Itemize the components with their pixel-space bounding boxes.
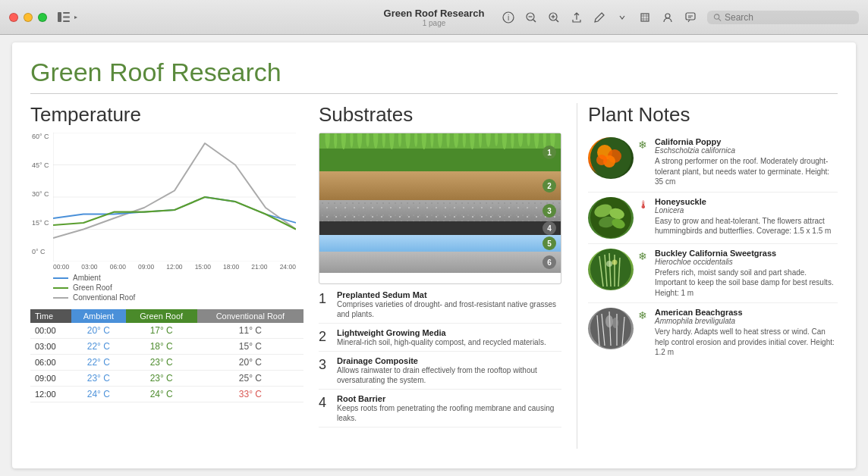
- profile-icon[interactable]: [662, 11, 674, 23]
- svg-text:i: i: [508, 14, 509, 22]
- x-label-6: 06:00: [110, 263, 126, 271]
- search-box[interactable]: [707, 11, 859, 24]
- fit-page-icon[interactable]: [639, 11, 651, 23]
- plant-item-beachgrass: ❄ American Beachgrass Ammophila brevilig…: [588, 303, 838, 362]
- plant-image-poppy: [588, 137, 634, 179]
- markup-dropdown-icon[interactable]: [616, 11, 628, 23]
- window-controls[interactable]: [9, 13, 47, 22]
- svg-point-81: [605, 315, 613, 327]
- annotate-icon[interactable]: [593, 11, 605, 23]
- legend-ambient: Ambient: [53, 274, 303, 282]
- svg-point-82: [612, 318, 618, 328]
- substrate-item-3: 3 Drainage Composite Allows rainwater to…: [319, 356, 561, 390]
- x-label-3: 03:00: [81, 263, 97, 271]
- plant-item-sweetgrass: ❄ Buckley California Sweetgrass Hierochl…: [588, 244, 838, 304]
- layer-soil: 2: [319, 171, 561, 200]
- main-columns: Temperature 60° C 45° C 30° C 15° C 0° C: [30, 103, 838, 449]
- temperature-heading: Temperature: [30, 103, 303, 127]
- zoom-in-icon[interactable]: [548, 11, 560, 23]
- svg-point-61: [596, 155, 607, 165]
- plant-notes-section: Plant Notes ❄ California Poppy Eschschol…: [577, 103, 838, 449]
- layer-water: 5: [319, 235, 561, 252]
- col-convroof: Conventional Roof: [197, 309, 303, 323]
- plant-notes-heading: Plant Notes: [588, 103, 838, 127]
- snowflake-icon-poppy: ❄: [638, 139, 650, 151]
- greenroof-label: Green Roof: [73, 283, 112, 292]
- layer-num-2: 2: [542, 179, 556, 193]
- page-content: Green Roof Research Temperature 60° C 45…: [12, 42, 856, 468]
- substrate-item-2: 2 Lightweight Growing Media Mineral-rich…: [319, 328, 561, 352]
- layer-concrete: 6: [319, 252, 561, 273]
- chart-legend: Ambient Green Roof Conventional Roof: [53, 274, 303, 302]
- svg-rect-0: [58, 12, 61, 22]
- col-greenroof: Green Roof: [126, 309, 197, 323]
- layer-num-5: 5: [542, 236, 556, 250]
- layer-num-3: 3: [542, 204, 556, 218]
- y-label-15: 15° C: [32, 219, 49, 227]
- ambient-label: Ambient: [73, 274, 101, 282]
- snowflake-icon-sweetgrass: ❄: [638, 250, 650, 262]
- greenroof-line: [53, 287, 68, 289]
- svg-line-8: [533, 20, 536, 22]
- y-label-30: 30° C: [32, 190, 49, 198]
- legend-greenroof: Green Roof: [53, 283, 303, 292]
- x-label-12: 12:00: [166, 263, 182, 271]
- substrates-heading: Substrates: [319, 103, 561, 127]
- toolbar-icons: i: [502, 11, 859, 24]
- svg-point-14: [665, 14, 670, 18]
- zoom-out-icon[interactable]: [525, 11, 537, 23]
- convroof-label: Conventional Roof: [73, 293, 135, 302]
- svg-line-12: [556, 20, 558, 22]
- close-button[interactable]: [9, 13, 18, 22]
- svg-point-73: [606, 261, 612, 267]
- sidebar-toggle[interactable]: [58, 12, 79, 22]
- plant-item-poppy: ❄ California Poppy Eschscholzia californ…: [588, 133, 838, 193]
- y-label-45: 45° C: [32, 161, 49, 169]
- x-label-24: 24:00: [280, 263, 296, 271]
- layer-num-1: 1: [542, 146, 556, 159]
- table-row: 06:00 22° C 23° C 20° C: [30, 355, 303, 371]
- svg-point-18: [714, 14, 719, 18]
- table-row: 12:00 24° C 24° C 33° C: [30, 387, 303, 402]
- substrate-item-4: 4 Root Barrier Keeps roots from penetrat…: [319, 394, 561, 427]
- comments-icon[interactable]: [684, 11, 697, 23]
- plant-image-sweetgrass: [588, 249, 634, 290]
- minimize-button[interactable]: [24, 13, 33, 22]
- share-icon[interactable]: [571, 11, 583, 23]
- search-input[interactable]: [725, 12, 853, 23]
- temperature-section: Temperature 60° C 45° C 30° C 15° C 0° C: [30, 103, 303, 449]
- svg-rect-1: [63, 12, 70, 14]
- snowflake-icon-beachgrass: ❄: [638, 309, 650, 321]
- titlebar-title: Green Roof Research 1 page: [384, 8, 485, 27]
- table-row: 09:00 23° C 23° C 25° C: [30, 371, 303, 387]
- y-label-60: 60° C: [32, 133, 49, 140]
- info-icon[interactable]: i: [502, 11, 514, 23]
- layer-grass: 1: [319, 133, 561, 171]
- temperature-table: Time Ambient Green Roof Conventional Roo…: [30, 309, 303, 402]
- maximize-button[interactable]: [38, 13, 47, 22]
- plant-image-beachgrass: [588, 308, 634, 349]
- svg-line-19: [719, 18, 721, 20]
- x-label-18: 18:00: [223, 263, 239, 271]
- x-label-15: 15:00: [195, 263, 211, 271]
- layer-membrane: 4: [319, 221, 561, 235]
- svg-rect-13: [641, 14, 649, 21]
- layer-num-6: 6: [542, 255, 556, 269]
- substrate-list: 1 Preplanted Sedum Mat Comprises varieti…: [319, 290, 561, 427]
- convroof-line: [53, 297, 68, 299]
- svg-point-74: [612, 259, 618, 265]
- y-label-0: 0° C: [32, 248, 49, 255]
- ambient-line: [53, 277, 68, 279]
- titlebar: Green Roof Research 1 page i: [0, 0, 868, 35]
- plant-image-honeysuckle: [588, 197, 634, 239]
- layer-num-4: 4: [542, 221, 556, 235]
- x-label-21: 21:00: [251, 263, 267, 271]
- x-label-0: 00:00: [53, 263, 69, 271]
- substrate-item-1: 1 Preplanted Sedum Mat Comprises varieti…: [319, 290, 561, 324]
- svg-rect-2: [63, 17, 70, 18]
- col-time: Time: [30, 309, 71, 323]
- x-label-9: 09:00: [138, 263, 154, 271]
- legend-convroof: Conventional Roof: [53, 293, 303, 302]
- table-row: 03:00 22° C 18° C 15° C: [30, 339, 303, 355]
- layer-gravel: 3: [319, 200, 561, 221]
